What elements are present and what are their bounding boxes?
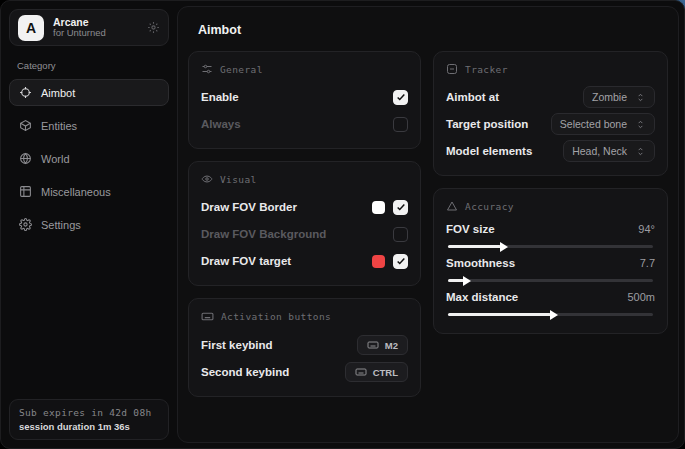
fov-target-checkbox[interactable] [393,254,408,269]
sidebar-item-label: Settings [41,219,81,231]
setting-row-target-position: Target position Selected bone [446,113,655,135]
setting-label: Target position [446,118,528,130]
select-value: Zombie [592,91,627,103]
slider-value: 94° [638,223,655,235]
target-position-select[interactable]: Selected bone [551,113,655,135]
sidebar-item-label: Miscellaneous [41,186,111,198]
chevron-up-down-icon [635,119,646,130]
model-elements-select[interactable]: Head, Neck [563,140,655,162]
max-distance-slider[interactable] [448,313,653,316]
visual-card: Visual Draw FOV Border Draw FOV Backgrou… [188,161,421,286]
setting-label: First keybind [201,339,273,351]
card-title: Visual [220,174,257,185]
fov-border-checkbox[interactable] [393,200,408,215]
activation-buttons-card: Activation buttons First keybind M2 Seco… [188,298,421,397]
category-label: Category [17,60,169,71]
sub-expires-text: Sub expires in 42d 08h [19,407,159,418]
gear-icon[interactable] [147,21,160,34]
select-value: Selected bone [560,118,627,130]
setting-row-enable: Enable [201,86,408,108]
sidebar-item-label: Aimbot [41,87,75,99]
second-keybind-button[interactable]: CTRL [345,362,408,382]
scan-frame-icon [446,63,458,75]
select-value: Head, Neck [572,145,627,157]
page-title: Aimbot [198,23,668,37]
cube-icon [19,119,32,132]
keyboard-icon [201,310,214,323]
general-card: General Enable Always [188,51,421,149]
setting-label: Enable [201,91,239,103]
setting-row-model-elements: Model elements Head, Neck [446,140,655,162]
globe-icon [19,152,32,165]
chevron-up-down-icon [635,92,646,103]
settings-gear-icon [19,218,32,231]
keybind-value: M2 [385,340,398,351]
keyboard-icon [355,366,367,378]
slider-thumb[interactable] [550,310,558,320]
brand-header: A Arcane for Unturned [9,9,169,46]
setting-label: Aimbot at [446,91,499,103]
tracker-card: Tracker Aimbot at Zombie Target position [433,51,668,176]
fov-background-checkbox[interactable] [393,227,408,242]
sidebar-item-label: World [41,153,70,165]
keyboard-icon [367,339,379,351]
slider-value: 500m [627,291,655,303]
sliders-icon [201,63,213,75]
setting-row-fov-background: Draw FOV Background [201,223,408,245]
keybind-value: CTRL [373,367,398,378]
setting-label: Smoothness [446,257,515,269]
setting-label: Always [201,118,241,130]
slider-value: 7.7 [640,257,655,269]
setting-label: Max distance [446,291,518,303]
category-nav: Aimbot Entities World Miscellaneous [9,79,169,238]
crosshair-icon [19,86,32,99]
setting-row-always: Always [201,113,408,135]
slider-thumb[interactable] [500,242,508,252]
setting-label: Draw FOV target [201,255,291,267]
setting-label: Draw FOV Background [201,228,326,240]
sidebar-item-miscellaneous[interactable]: Miscellaneous [9,178,169,205]
sidebar: A Arcane for Unturned Category Aimbot [1,1,177,448]
subscription-info-box: Sub expires in 42d 08h session duration … [9,399,169,440]
card-title: Tracker [465,64,508,75]
setting-label: Draw FOV Border [201,201,297,213]
main-panel: Aimbot General Enable [177,6,679,443]
setting-label: FOV size [446,223,495,235]
sidebar-item-settings[interactable]: Settings [9,211,169,238]
setting-row-fov-border: Draw FOV Border [201,196,408,218]
setting-row-smoothness: Smoothness 7.7 [446,257,655,282]
eye-icon [201,173,213,185]
setting-row-fov-target: Draw FOV target [201,250,408,272]
always-checkbox[interactable] [393,117,408,132]
chevron-up-down-icon [635,146,646,157]
app-subtitle: for Unturned [53,28,138,39]
arcane-cheat-window: A Arcane for Unturned Category Aimbot [0,0,685,449]
grid-icon [19,185,32,198]
setting-row-fov-size: FOV size 94° [446,223,655,248]
setting-row-max-distance: Max distance 500m [446,291,655,316]
card-title: Accuracy [465,201,514,212]
card-title: Activation buttons [221,311,331,322]
color-swatch[interactable] [372,255,385,268]
smoothness-slider[interactable] [448,279,653,282]
setting-row-first-keybind: First keybind M2 [201,334,408,356]
first-keybind-button[interactable]: M2 [357,335,408,355]
card-title: General [220,64,263,75]
aimbot-at-select[interactable]: Zombie [583,86,655,108]
setting-label: Model elements [446,145,532,157]
setting-label: Second keybind [201,366,289,378]
enable-checkbox[interactable] [393,90,408,105]
sidebar-item-label: Entities [41,120,77,132]
sidebar-item-world[interactable]: World [9,145,169,172]
session-duration-text: session duration 1m 36s [19,421,159,432]
color-swatch[interactable] [372,201,385,214]
sidebar-item-aimbot[interactable]: Aimbot [9,79,169,106]
setting-row-aimbot-at: Aimbot at Zombie [446,86,655,108]
fov-size-slider[interactable] [448,245,653,248]
triangle-icon [446,200,458,212]
sidebar-item-entities[interactable]: Entities [9,112,169,139]
app-logo: A [18,15,44,41]
slider-thumb[interactable] [463,276,471,286]
setting-row-second-keybind: Second keybind CTRL [201,361,408,383]
accuracy-card: Accuracy FOV size 94° Smoothness [433,188,668,334]
